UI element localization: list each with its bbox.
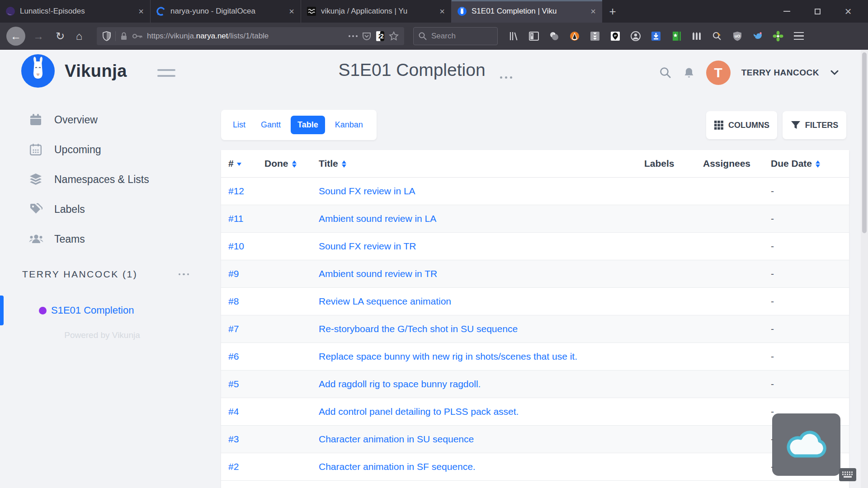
library-icon[interactable] bbox=[508, 30, 519, 42]
new-tab-button[interactable]: + bbox=[602, 0, 623, 23]
task-id-link[interactable]: #4 bbox=[228, 406, 239, 417]
forward-button[interactable]: → bbox=[29, 27, 48, 46]
scrollbar-thumb[interactable] bbox=[862, 52, 867, 233]
key-icon[interactable] bbox=[132, 33, 143, 39]
view-tab-list[interactable]: List bbox=[227, 116, 251, 134]
task-title-link[interactable]: Add ragdoll rig to space bunny ragdoll. bbox=[319, 379, 481, 389]
bird-icon[interactable] bbox=[752, 30, 764, 42]
gray-downloader-icon[interactable] bbox=[589, 30, 601, 42]
column-header-title[interactable]: Title bbox=[311, 150, 637, 177]
task-title-link[interactable]: Sound FX review in LA bbox=[319, 186, 415, 196]
task-id-link[interactable]: #5 bbox=[228, 379, 239, 389]
task-title-link[interactable]: Character animation in SF sequence. bbox=[319, 461, 476, 472]
green-flower-icon[interactable] bbox=[772, 30, 784, 42]
task-title-cell[interactable]: Sound FX review in TR bbox=[311, 232, 637, 260]
column-header-due-date[interactable]: Due Date bbox=[764, 150, 849, 177]
view-tab-kanban[interactable]: Kanban bbox=[330, 116, 368, 134]
task-id-link[interactable]: #10 bbox=[228, 241, 244, 251]
task-title-cell[interactable]: Character animation in SF sequence. bbox=[311, 453, 637, 480]
url-text[interactable]: https://vikunja.narya.net/lists/1/table bbox=[147, 32, 344, 41]
task-title-link[interactable]: Ambient sound review in LA bbox=[319, 213, 436, 224]
sidebar-item-teams[interactable]: Teams bbox=[0, 224, 208, 254]
task-title-cell[interactable]: Add control panel detailing to PLSS pack… bbox=[311, 398, 637, 425]
task-id-link[interactable]: #3 bbox=[228, 434, 239, 444]
task-id-cell[interactable]: #6 bbox=[221, 343, 257, 370]
task-id-link[interactable]: #11 bbox=[228, 213, 243, 224]
tab-close-icon[interactable]: × bbox=[439, 7, 446, 16]
task-id-link[interactable]: #12 bbox=[228, 186, 244, 196]
close-button[interactable]: × bbox=[838, 3, 858, 19]
bookmark-star-icon[interactable] bbox=[389, 31, 399, 41]
task-title-cell[interactable]: Character animation in SU sequence bbox=[311, 425, 637, 453]
tab-close-icon[interactable]: × bbox=[137, 7, 145, 16]
task-title-link[interactable]: Replace space bunny with new rig in shot… bbox=[319, 351, 577, 361]
profile-icon[interactable] bbox=[630, 30, 642, 42]
sidebar-list-item[interactable]: S1E01 Completion bbox=[0, 296, 208, 325]
task-title-link[interactable]: Re-storyboard the G/Tech shot in SU sequ… bbox=[319, 324, 518, 334]
task-title-link[interactable]: Ambient sound review in TR bbox=[319, 268, 437, 279]
task-id-cell[interactable]: #3 bbox=[221, 425, 257, 453]
task-title-cell[interactable]: Ambient sound review in TR bbox=[311, 260, 637, 287]
browser-tab[interactable]: Lunatics!-Episodes× bbox=[0, 0, 151, 23]
browser-tab[interactable]: S1E01 Completion | Viku× bbox=[452, 0, 602, 23]
sidebar-item-overview[interactable]: Overview bbox=[0, 105, 208, 135]
lock-icon[interactable] bbox=[120, 32, 128, 41]
browser-tab[interactable]: vikunja / Applications | Yu× bbox=[301, 0, 452, 23]
task-id-link[interactable]: #9 bbox=[228, 268, 239, 279]
sidebar-item-labels[interactable]: Labels bbox=[0, 194, 208, 224]
search-edit-icon[interactable] bbox=[711, 30, 723, 42]
task-id-cell[interactable]: #4 bbox=[221, 398, 257, 425]
reload-button[interactable]: ↻ bbox=[51, 27, 70, 46]
task-title-cell[interactable]: Ambient sound review in LA bbox=[311, 205, 637, 232]
badger-icon[interactable] bbox=[569, 30, 580, 42]
view-tab-gantt[interactable]: Gantt bbox=[255, 116, 286, 134]
shield-icon[interactable] bbox=[102, 31, 111, 41]
task-id-link[interactable]: #2 bbox=[228, 461, 239, 472]
maximize-button[interactable] bbox=[807, 3, 827, 19]
minimize-button[interactable] bbox=[777, 3, 797, 19]
back-button[interactable]: ← bbox=[6, 27, 25, 46]
green-bookmark-icon[interactable] bbox=[670, 30, 682, 42]
task-id-link[interactable]: #8 bbox=[228, 296, 239, 306]
task-title-link[interactable]: Review LA sequence animation bbox=[319, 296, 451, 306]
column-header-done[interactable]: Done bbox=[257, 150, 311, 177]
pocket-icon[interactable] bbox=[362, 31, 372, 41]
url-bar[interactable]: https://vikunja.narya.net/lists/1/table … bbox=[97, 27, 404, 45]
home-button[interactable]: ⌂ bbox=[70, 27, 89, 46]
task-id-cell[interactable]: #8 bbox=[221, 287, 257, 315]
blue-download-icon[interactable] bbox=[650, 30, 662, 42]
column-header-#[interactable]: # bbox=[221, 150, 257, 177]
task-id-cell[interactable]: #5 bbox=[221, 370, 257, 398]
title-menu-icon[interactable] bbox=[497, 74, 515, 81]
task-title-cell[interactable]: Replace space bunny with new rig in shot… bbox=[311, 343, 637, 370]
tab-close-icon[interactable]: × bbox=[288, 7, 295, 16]
columns-button[interactable]: COLUMNS bbox=[706, 111, 777, 139]
task-title-link[interactable]: Add control panel detailing to PLSS pack… bbox=[319, 406, 519, 417]
tab-close-icon[interactable]: × bbox=[590, 7, 597, 16]
task-id-cell[interactable]: #7 bbox=[221, 315, 257, 343]
search-bar[interactable]: Search bbox=[413, 27, 498, 45]
sidebar-item-upcoming[interactable]: Upcoming bbox=[0, 135, 208, 164]
keyboard-icon[interactable] bbox=[839, 468, 856, 481]
menu-icon[interactable] bbox=[791, 29, 807, 43]
extension-badge-icon[interactable]: 22 bbox=[376, 31, 385, 42]
task-id-cell[interactable]: #10 bbox=[221, 232, 257, 260]
chevron-down-icon[interactable] bbox=[830, 70, 839, 76]
task-id-cell[interactable]: #11 bbox=[221, 205, 257, 232]
task-id-cell[interactable]: #2 bbox=[221, 453, 257, 480]
namespace-menu-icon[interactable] bbox=[176, 271, 192, 278]
task-id-link[interactable]: #6 bbox=[228, 351, 239, 361]
task-title-cell[interactable]: Re-storyboard the G/Tech shot in SU sequ… bbox=[311, 315, 637, 343]
task-title-link[interactable]: Sound FX review in TR bbox=[319, 241, 416, 251]
filters-button[interactable]: FILTERS bbox=[783, 111, 846, 139]
task-title-cell[interactable]: Add ragdoll rig to space bunny ragdoll. bbox=[311, 370, 637, 398]
task-title-link[interactable]: Character animation in SU sequence bbox=[319, 434, 474, 444]
page-actions-icon[interactable] bbox=[349, 35, 358, 37]
ip-pin-icon[interactable]: IP bbox=[609, 30, 621, 42]
gray-shield-icon[interactable]: uO bbox=[731, 30, 743, 42]
task-title-cell[interactable]: Sound FX review in LA bbox=[311, 177, 637, 205]
view-tab-table[interactable]: Table bbox=[291, 116, 325, 134]
sidebar-item-namespaces-lists[interactable]: Namespaces & Lists bbox=[0, 164, 208, 194]
app-search-icon[interactable] bbox=[659, 66, 672, 79]
task-id-cell[interactable]: #9 bbox=[221, 260, 257, 287]
